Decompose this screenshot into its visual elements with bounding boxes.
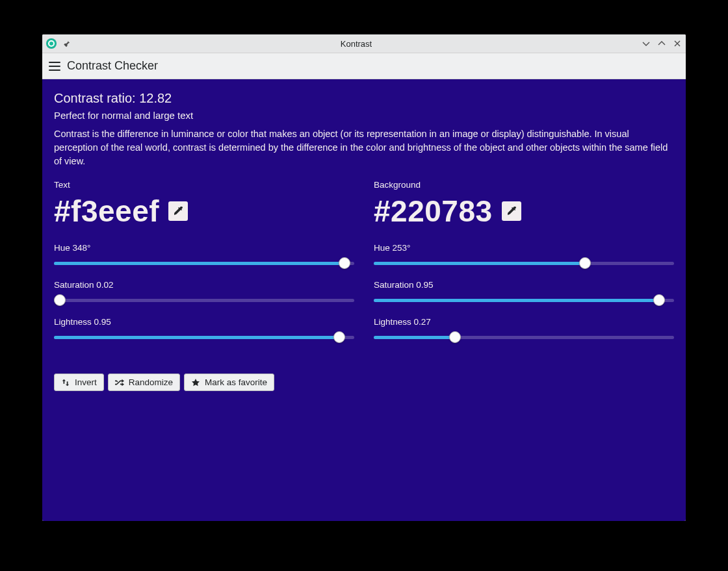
bg-color-value[interactable]: #220783 (374, 194, 493, 229)
bg-lightness-group: Lightness 0.27 (374, 317, 674, 342)
titlebar: Kontrast (42, 34, 686, 53)
bg-hue-slider[interactable] (374, 258, 674, 268)
app-window: Kontrast Contrast Checker Contrast ratio… (42, 34, 686, 521)
bg-color-label: Background (374, 180, 674, 190)
text-color-picker-button[interactable] (168, 201, 188, 221)
toolbar: Contrast Checker (42, 53, 686, 79)
text-hue-slider[interactable] (54, 258, 354, 268)
titlebar-left (46, 38, 71, 49)
contrast-verdict: Perfect for normal and large text (54, 110, 674, 121)
randomize-button[interactable]: Randomize (108, 374, 180, 391)
text-hue-group: Hue 348° (54, 243, 354, 268)
randomize-label: Randomize (129, 377, 173, 387)
page-title: Contrast Checker (67, 59, 158, 73)
text-color-row: #f3eeef (54, 194, 354, 229)
favorite-button[interactable]: Mark as favorite (184, 374, 274, 391)
invert-label: Invert (75, 377, 97, 387)
bg-color-column: Background #220783 Hue 253° Saturation 0… (374, 180, 674, 354)
color-columns: Text #f3eeef Hue 348° Saturation 0.02 (54, 180, 674, 354)
contrast-ratio-value: 12.82 (139, 91, 172, 105)
text-color-column: Text #f3eeef Hue 348° Saturation 0.02 (54, 180, 354, 354)
text-hue-label: Hue 348° (54, 243, 354, 253)
text-color-label: Text (54, 180, 354, 190)
bg-hue-group: Hue 253° (374, 243, 674, 268)
contrast-description: Contrast is the difference in luminance … (54, 127, 674, 168)
bg-lightness-label: Lightness 0.27 (374, 317, 674, 327)
app-logo-icon (46, 38, 57, 49)
bg-color-picker-button[interactable] (502, 201, 521, 221)
window-controls (642, 39, 682, 48)
text-saturation-group: Saturation 0.02 (54, 280, 354, 305)
bg-saturation-label: Saturation 0.95 (374, 280, 674, 290)
contrast-ratio-label: Contrast ratio: (54, 91, 139, 105)
bg-color-row: #220783 (374, 194, 674, 229)
bg-saturation-group: Saturation 0.95 (374, 280, 674, 305)
invert-button[interactable]: Invert (54, 374, 104, 391)
shuffle-icon (115, 378, 124, 387)
contrast-ratio: Contrast ratio: 12.82 (54, 91, 674, 106)
bg-hue-label: Hue 253° (374, 243, 674, 253)
text-saturation-slider[interactable] (54, 295, 354, 305)
content-area: Contrast ratio: 12.82 Perfect for normal… (42, 79, 686, 521)
text-lightness-slider[interactable] (54, 332, 354, 342)
swap-icon (61, 378, 70, 387)
action-buttons: Invert Randomize Mark as favorite (54, 374, 674, 391)
pin-icon[interactable] (62, 39, 71, 48)
favorite-label: Mark as favorite (205, 377, 267, 387)
minimize-button[interactable] (642, 39, 651, 48)
bg-saturation-slider[interactable] (374, 295, 674, 305)
text-saturation-label: Saturation 0.02 (54, 280, 354, 290)
text-lightness-group: Lightness 0.95 (54, 317, 354, 342)
maximize-button[interactable] (657, 39, 666, 48)
star-icon (191, 378, 200, 387)
text-color-value[interactable]: #f3eeef (54, 194, 159, 229)
text-lightness-label: Lightness 0.95 (54, 317, 354, 327)
close-button[interactable] (673, 39, 682, 48)
hamburger-menu-icon[interactable] (49, 62, 60, 71)
window-title: Kontrast (71, 39, 642, 49)
bg-lightness-slider[interactable] (374, 332, 674, 342)
